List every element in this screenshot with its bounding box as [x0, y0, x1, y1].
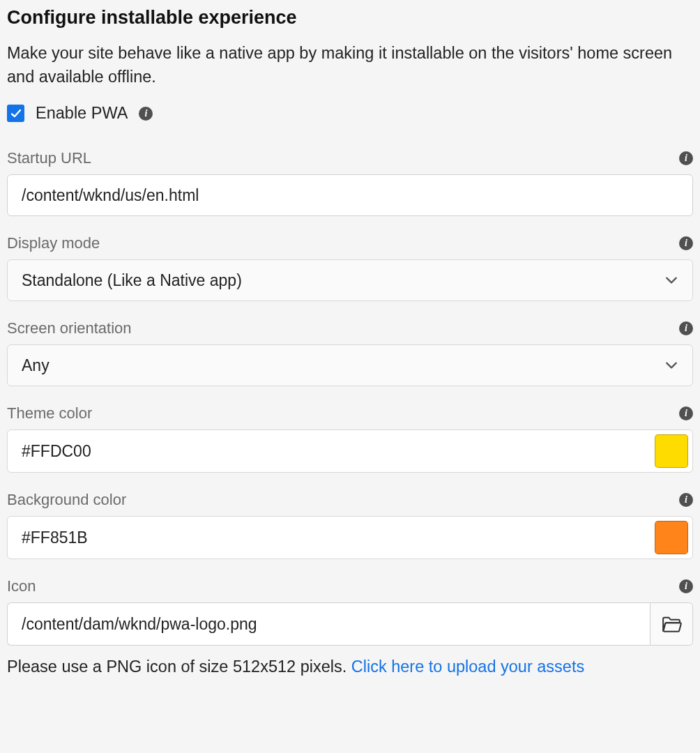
theme-color-input[interactable]	[22, 442, 648, 461]
display-mode-label: Display mode	[7, 234, 100, 252]
display-mode-select[interactable]: Standalone (Like a Native app)	[7, 259, 693, 301]
enable-pwa-row: Enable PWA i	[7, 104, 693, 123]
info-icon[interactable]: i	[139, 107, 153, 121]
icon-field: Icon i	[7, 577, 693, 646]
page-heading: Configure installable experience	[7, 7, 693, 29]
enable-pwa-label: Enable PWA	[36, 104, 128, 123]
startup-url-label: Startup URL	[7, 149, 91, 167]
checkmark-icon	[10, 108, 22, 119]
browse-button[interactable]	[650, 602, 693, 646]
screen-orientation-field: Screen orientation i Any	[7, 319, 693, 386]
theme-color-swatch[interactable]	[655, 434, 688, 468]
theme-color-field: Theme color i	[7, 404, 693, 473]
icon-label: Icon	[7, 577, 36, 595]
info-icon[interactable]: i	[679, 236, 693, 250]
background-color-swatch[interactable]	[655, 521, 688, 554]
info-icon[interactable]: i	[679, 321, 693, 335]
startup-url-input[interactable]	[7, 174, 693, 216]
startup-url-field: Startup URL i	[7, 149, 693, 216]
icon-hint: Please use a PNG icon of size 512x512 pi…	[7, 655, 693, 678]
info-icon[interactable]: i	[679, 406, 693, 420]
screen-orientation-label: Screen orientation	[7, 319, 132, 337]
enable-pwa-checkbox[interactable]	[7, 105, 24, 122]
upload-assets-link[interactable]: Click here to upload your assets	[351, 657, 584, 676]
icon-hint-text: Please use a PNG icon of size 512x512 pi…	[7, 657, 351, 676]
background-color-input[interactable]	[22, 528, 648, 547]
info-icon[interactable]: i	[679, 579, 693, 593]
background-color-field: Background color i	[7, 491, 693, 559]
folder-open-icon	[661, 614, 682, 634]
display-mode-value: Standalone (Like a Native app)	[22, 271, 242, 290]
theme-color-label: Theme color	[7, 404, 92, 423]
info-icon[interactable]: i	[679, 493, 693, 507]
display-mode-field: Display mode i Standalone (Like a Native…	[7, 234, 693, 301]
page-description: Make your site behave like a native app …	[7, 41, 693, 89]
screen-orientation-value: Any	[22, 356, 50, 375]
info-icon[interactable]: i	[679, 151, 693, 165]
icon-path-input[interactable]	[7, 602, 650, 646]
screen-orientation-select[interactable]: Any	[7, 344, 693, 386]
background-color-label: Background color	[7, 491, 126, 509]
